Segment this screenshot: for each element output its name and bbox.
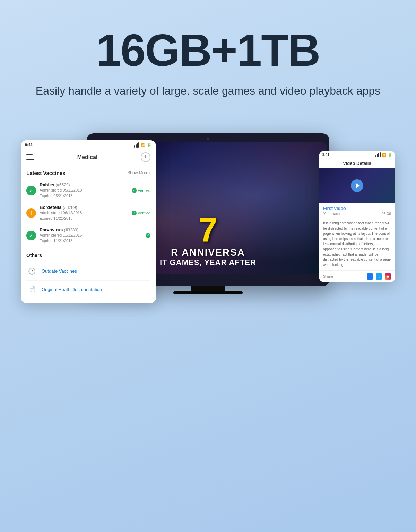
- video-meta: Your name 05:36: [323, 212, 391, 216]
- vaccine-item-bordetella: ! Bordetella (#3289) Administered 06/12/…: [26, 202, 150, 224]
- verified-icon-bordetella: ✓: [132, 211, 137, 215]
- signal-bars: [134, 142, 139, 148]
- document-icon: 📄: [26, 284, 37, 295]
- video-battery-icon: 🔋: [388, 153, 392, 157]
- show-more-button[interactable]: Show More ›: [127, 170, 150, 175]
- medical-status-bar: 9:41 📶 🔋: [21, 140, 156, 150]
- video-wifi-icon: 📶: [382, 153, 386, 157]
- vaccine-date-parvovirus: Administered 11/12/2016Expried 11/21/201…: [40, 232, 142, 244]
- play-icon: [356, 183, 360, 188]
- video-share-bar: Share f t ◉: [319, 270, 395, 282]
- video-header: Video Details: [319, 159, 395, 168]
- vid-signal-bar-3: [378, 153, 379, 157]
- share-label: Share: [323, 274, 333, 278]
- vaccine-info-bordetella: Bordetella (#3289) Administered 06/12/20…: [40, 205, 128, 221]
- twitter-share-icon[interactable]: t: [376, 273, 382, 280]
- vaccine-name-parvovirus: Parvovirus (#3239): [40, 227, 142, 232]
- vaccine-name-bordetella: Bordetella (#3289): [40, 205, 128, 210]
- vaccine-name-rabies: Rabies (#6529): [40, 182, 128, 187]
- vaccine-icon-rabies: ✓: [26, 186, 36, 195]
- shield-icon-parvovirus: ✓: [146, 233, 150, 238]
- video-info: First video Your name 05:36: [319, 203, 395, 219]
- verified-icon-rabies: ✓: [132, 188, 137, 193]
- menu-line-1: [26, 154, 33, 155]
- instagram-share-icon[interactable]: ◉: [385, 273, 391, 280]
- signal-bar-2: [136, 144, 137, 148]
- tablet-stand: [191, 286, 225, 291]
- menu-line-2: [26, 159, 34, 160]
- vaccine-item-rabies: ✓ Rabies (#6529) Administered 05/12/2018…: [26, 179, 150, 202]
- video-time: 9:41: [322, 153, 329, 157]
- others-title: Others: [26, 252, 150, 258]
- medical-content: Latest Vaccines Show More › ✓ Rabies (#6…: [21, 166, 156, 303]
- signal-bar-4: [138, 142, 139, 148]
- hero-subtitle: Easily handle a variety of large. scale …: [35, 83, 381, 99]
- vid-signal-bar-4: [380, 152, 381, 157]
- medical-header: Medical +: [21, 150, 156, 166]
- video-duration: 05:36: [381, 212, 391, 216]
- medical-status-right: 📶 🔋: [134, 142, 152, 148]
- wifi-icon: 📶: [141, 143, 146, 147]
- play-button[interactable]: [351, 179, 363, 192]
- clock-icon: 🕐: [26, 266, 37, 277]
- chevron-right-icon: ›: [149, 170, 150, 175]
- outdate-vaccines-label[interactable]: Outdate Vaccines: [42, 268, 77, 274]
- tablet-base: [173, 291, 243, 294]
- vaccine-date-rabies: Administered 05/12/2018Expried 05/21/201…: [40, 187, 128, 199]
- menu-icon[interactable]: [26, 154, 34, 160]
- video-status-right: 📶 🔋: [375, 152, 392, 157]
- add-button[interactable]: +: [141, 152, 150, 162]
- vaccine-item-parvovirus: ✓ Parvovirus (#3239) Administered 11/12/…: [26, 224, 150, 247]
- video-description: It is a long established fact that a rea…: [319, 221, 395, 270]
- share-icons: f t ◉: [367, 273, 391, 280]
- others-section: Others 🕐 Outdate Vaccines 📄 Original Hea…: [26, 252, 150, 299]
- vaccine-info-rabies: Rabies (#6529) Administered 05/12/2018Ex…: [40, 182, 128, 199]
- video-signal-bars: [375, 152, 381, 157]
- hero-title: 16GB+1TB: [35, 28, 381, 73]
- others-item-documentation[interactable]: 📄 Original Heath Documentation: [26, 281, 150, 299]
- tablet-scene: 7 R ANNIVERSA IT GAMES, YEAR AFTER 9:41: [0, 123, 416, 358]
- vaccines-section-header: Latest Vaccines Show More ›: [26, 170, 150, 176]
- vaccine-date-bordetella: Administered 06/12/2018Expried 11/21/201…: [40, 210, 128, 221]
- vid-signal-bar-2: [377, 154, 378, 157]
- hero-section: 16GB+1TB Easily handle a variety of larg…: [0, 0, 416, 109]
- video-title: First video: [323, 206, 391, 211]
- verified-badge-rabies: ✓ Verified: [132, 188, 150, 193]
- signal-bar-1: [134, 145, 135, 148]
- vaccine-icon-parvovirus: ✓: [26, 231, 36, 240]
- facebook-share-icon[interactable]: f: [367, 273, 373, 280]
- vid-signal-bar-1: [375, 155, 376, 157]
- battery-icon: 🔋: [147, 143, 152, 147]
- verified-badge-bordetella: ✓ Verified: [132, 211, 150, 215]
- video-status-bar: 9:41 📶 🔋: [319, 151, 395, 159]
- video-app-card: 9:41 📶 🔋 Video Details First video: [319, 151, 395, 282]
- medical-app-card: 9:41 📶 🔋 Medical +: [21, 140, 156, 303]
- vaccine-icon-bordetella: !: [26, 208, 36, 218]
- verified-shield-parvovirus: ✓: [146, 233, 150, 238]
- latest-vaccines-label: Latest Vaccines: [26, 170, 66, 176]
- original-health-doc-label[interactable]: Original Heath Documentation: [42, 287, 102, 292]
- medical-time: 9:41: [25, 143, 33, 147]
- signal-bar-3: [137, 143, 138, 148]
- tablet-camera: [207, 138, 209, 140]
- medical-title: Medical: [77, 154, 98, 160]
- video-author: Your name: [323, 212, 341, 216]
- vaccine-info-parvovirus: Parvovirus (#3239) Administered 11/12/20…: [40, 227, 142, 244]
- video-thumbnail: [319, 168, 395, 203]
- others-item-outdate[interactable]: 🕐 Outdate Vaccines: [26, 262, 150, 281]
